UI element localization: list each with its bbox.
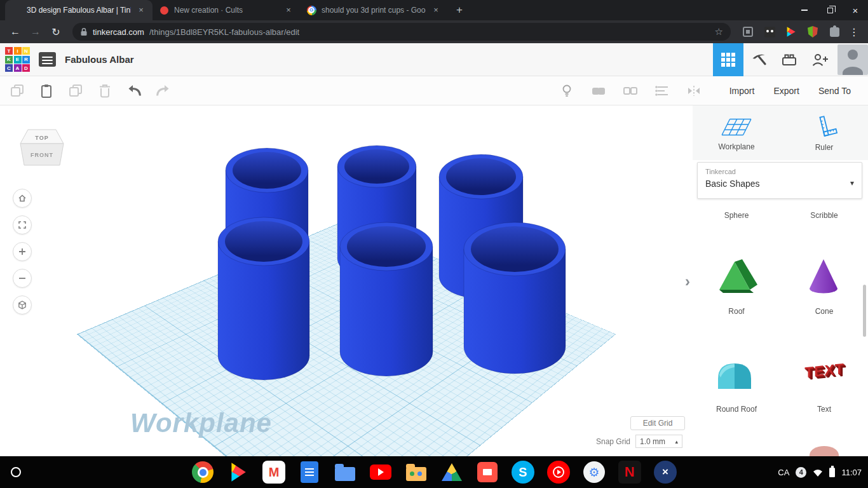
skype-icon[interactable]: S (510, 459, 536, 485)
extension-box-icon[interactable] (741, 25, 755, 39)
shape-row: Round Roof TEXT Text (693, 348, 868, 414)
paste-icon[interactable] (38, 83, 55, 99)
back-button[interactable]: ← (6, 23, 24, 41)
cylinder-shape[interactable] (340, 222, 433, 376)
youtube-icon[interactable] (368, 459, 393, 485)
design-menu-icon[interactable] (39, 52, 56, 67)
mirror-icon[interactable] (686, 83, 702, 99)
delete-icon[interactable] (97, 83, 113, 99)
bookmark-star-icon[interactable]: ☆ (715, 26, 723, 37)
shape-roof[interactable]: Roof (693, 250, 780, 316)
workplane-tool-label: Workplane (718, 142, 754, 151)
ungroup-icon[interactable] (622, 83, 639, 99)
person-plus-icon (811, 51, 829, 68)
cylinder-shape[interactable] (218, 217, 309, 380)
clock: 11:07 (841, 468, 862, 477)
workplane-tool[interactable]: Workplane (693, 105, 780, 160)
align-icon[interactable] (654, 83, 670, 99)
perspective-toggle-button[interactable] (13, 295, 32, 315)
export-button[interactable]: Export (765, 81, 807, 101)
fit-view-button[interactable] (13, 215, 32, 234)
view-cube[interactable]: TOP FRONT (13, 122, 71, 175)
new-tab-button[interactable]: + (451, 2, 468, 18)
tab-close-icon[interactable]: × (136, 5, 146, 15)
show-all-icon[interactable] (559, 83, 575, 99)
snap-grid-control: Snap Grid 1.0 mm ▴ (596, 435, 682, 448)
tab-close-icon[interactable]: × (431, 5, 441, 15)
duplicate-icon[interactable] (67, 83, 84, 99)
brick-export-button[interactable] (774, 43, 804, 76)
home-view-button[interactable] (13, 189, 32, 208)
shape-scribble[interactable]: Scribble (780, 211, 868, 220)
snap-grid-value: 1.0 mm (640, 437, 665, 446)
header-actions (713, 43, 868, 76)
shape-library-dropdown[interactable]: Tinkercad Basic Shapes ▾ (697, 162, 862, 199)
youtube-music-icon[interactable] (546, 459, 571, 485)
netflix-icon[interactable]: N (617, 459, 642, 485)
extension-puzzle-icon[interactable] (827, 25, 841, 39)
reload-button[interactable]: ↻ (47, 23, 65, 41)
ruler-tool[interactable]: Ruler (780, 105, 868, 160)
play-books-icon[interactable] (475, 459, 500, 485)
tinkercad-logo[interactable]: TIN KER CAD (5, 47, 30, 72)
edit-grid-button[interactable]: Edit Grid (630, 416, 685, 430)
browser-menu-icon[interactable]: ⋮ (846, 26, 862, 38)
zoom-out-button[interactable] (13, 269, 32, 288)
tab-close-icon[interactable]: × (283, 5, 294, 15)
chrome-icon[interactable] (190, 459, 215, 485)
extension-triangle-icon[interactable] (784, 25, 798, 39)
system-tray[interactable]: CA 4 11:07 (778, 467, 862, 478)
copy-icon[interactable] (9, 83, 25, 99)
3d-view-toggle[interactable] (713, 43, 743, 76)
url-host: tinkercad.com (93, 27, 144, 37)
panel-scrollbar-thumb[interactable] (863, 285, 866, 337)
cylinder-shape[interactable] (464, 222, 566, 374)
screen: 3D design Fabulous Albar | Tink × New cr… (0, 0, 868, 488)
files-folder-icon[interactable] (332, 459, 358, 485)
group-icon[interactable] (590, 83, 607, 99)
window-close-button[interactable]: × (843, 0, 868, 20)
url-bar[interactable]: tinkercad.com/things/1Bdl8EYR5KL-fabulou… (72, 23, 731, 41)
user-avatar[interactable] (837, 44, 868, 75)
game-app-icon[interactable]: × (653, 459, 678, 485)
wifi-icon (813, 468, 823, 477)
shape-sphere[interactable]: Sphere (693, 211, 780, 220)
undo-icon[interactable] (126, 83, 142, 99)
window-restore-button[interactable] (817, 0, 843, 20)
send-to-button[interactable]: Send To (810, 81, 859, 101)
3d-viewport[interactable]: Workplane TOP FRONT (0, 105, 693, 456)
shape-cone[interactable]: Cone (780, 250, 868, 316)
snap-grid-select[interactable]: 1.0 mm ▴ (635, 435, 682, 448)
extension-dark-square-icon[interactable] (763, 25, 776, 39)
text-shape-icon: TEXT (804, 346, 844, 402)
lock-icon[interactable] (80, 27, 88, 36)
keyboard-locale: CA (778, 468, 789, 477)
zoom-in-button[interactable] (13, 242, 32, 261)
settings-icon[interactable]: ⚙ (581, 459, 607, 485)
import-button[interactable]: Import (721, 81, 763, 101)
minecraft-export-button[interactable] (743, 43, 774, 76)
shape-partial[interactable] (780, 446, 868, 456)
yellow-folder-icon[interactable] (403, 459, 429, 485)
grid-icon (721, 53, 735, 67)
launcher-button[interactable] (6, 463, 25, 482)
shape-round-roof[interactable]: Round Roof (693, 348, 780, 414)
workplane-tool-icon (721, 115, 752, 139)
invite-people-button[interactable] (804, 43, 835, 76)
design-title[interactable]: Fabulous Albar (65, 54, 134, 65)
extension-shield-icon[interactable] (806, 25, 820, 39)
panel-collapse-chevron[interactable]: › (682, 271, 693, 292)
shape-row-partial (693, 446, 868, 456)
browser-tab-cults[interactable]: New creation · Cults × (153, 0, 300, 20)
google-docs-icon[interactable] (297, 459, 322, 485)
browser-tab-tinkercad[interactable]: 3D design Fabulous Albar | Tink × (5, 0, 153, 20)
gmail-icon[interactable]: M (261, 459, 287, 485)
google-drive-icon[interactable] (439, 459, 465, 485)
browser-tab-google-search[interactable]: G should you 3d print cups - Goog × (300, 0, 447, 20)
forward-button[interactable]: → (27, 23, 44, 41)
redo-icon[interactable] (155, 83, 172, 99)
library-selected: Basic Shapes (705, 179, 854, 189)
window-minimize-button[interactable] (792, 0, 817, 20)
play-store-icon[interactable] (226, 459, 251, 485)
shape-text[interactable]: TEXT Text (780, 348, 868, 414)
